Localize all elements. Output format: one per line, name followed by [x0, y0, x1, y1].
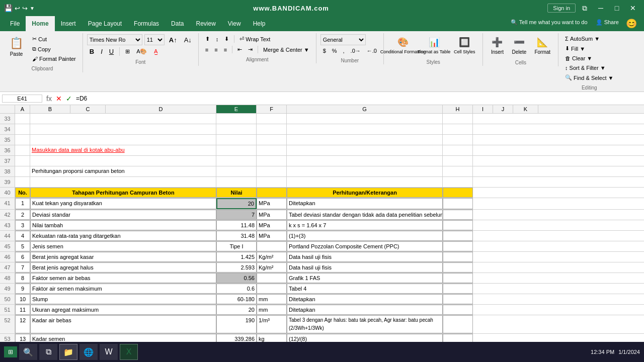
restore-window-button[interactable]: ⧉ — [578, 1, 592, 15]
col-header-e[interactable]: E — [216, 105, 257, 113]
cell-styles-button[interactable]: 🔲 Cell Styles — [450, 34, 479, 57]
align-right-button[interactable]: ≡ — [221, 45, 229, 54]
col-header-c[interactable]: C — [70, 105, 106, 113]
cell-e45[interactable]: Tipe I — [216, 241, 257, 251]
increase-font-button[interactable]: A↑ — [167, 35, 180, 45]
cell-a33[interactable] — [15, 114, 30, 124]
minimize-button[interactable]: ─ — [594, 1, 608, 15]
cell-g51[interactable]: Ditetapkan — [287, 305, 443, 315]
cell-e38[interactable] — [216, 166, 257, 176]
number-format-select[interactable]: General — [320, 34, 366, 45]
format-button[interactable]: 📐 Format — [531, 34, 554, 57]
explorer-button[interactable]: 📁 — [59, 344, 77, 360]
sign-in-button[interactable]: Sign in — [547, 4, 576, 13]
comma-button[interactable]: , — [341, 46, 347, 55]
cell-e49[interactable]: 0.6 — [216, 284, 257, 294]
cell-g46[interactable]: Data hasil uji fisis — [287, 252, 443, 262]
cell-b39[interactable] — [30, 177, 216, 187]
cell-a43[interactable]: 3 — [15, 220, 30, 230]
cell-h33[interactable] — [443, 114, 473, 124]
cell-g37[interactable] — [287, 156, 443, 166]
cell-f36[interactable] — [257, 145, 287, 155]
cell-h43[interactable] — [443, 220, 473, 230]
word-button[interactable]: W — [100, 344, 118, 360]
cell-e35[interactable] — [216, 135, 257, 145]
cell-a49[interactable]: 9 — [15, 284, 30, 294]
cell-e41[interactable]: 20 — [216, 198, 257, 209]
fill-button[interactable]: ⬇ Fill▼ — [562, 44, 588, 53]
cell-a44[interactable]: 4 — [15, 231, 30, 241]
sheet-scroll[interactable]: A B C D E F G H I J K 33 — [0, 105, 644, 362]
italic-button[interactable]: I — [98, 46, 105, 57]
font-color-button[interactable]: A̲ — [151, 47, 160, 56]
cell-e42[interactable]: 7 — [216, 210, 257, 220]
cell-g36[interactable] — [287, 145, 443, 155]
cell-b46[interactable]: Berat jenis agregat kasar — [30, 252, 216, 262]
cell-f48[interactable] — [257, 273, 287, 283]
col-header-h[interactable]: H — [443, 105, 473, 113]
cell-f44[interactable]: MPa — [257, 231, 287, 241]
copy-button[interactable]: ⧉ Copy — [30, 44, 78, 54]
paste-button[interactable]: 📋 Paste — [6, 34, 27, 59]
cell-e50[interactable]: 60-180 — [216, 294, 257, 304]
excel-button[interactable]: X — [120, 344, 138, 360]
tab-view[interactable]: View — [222, 16, 247, 31]
cell-g44[interactable]: (1)+(3) — [287, 231, 443, 241]
cell-e48[interactable]: 0.56 — [216, 273, 257, 283]
tab-review[interactable]: Review — [190, 16, 221, 31]
cell-f35[interactable] — [257, 135, 287, 145]
cell-b38[interactable]: Perhitungan proporsi campuran beton — [30, 166, 216, 176]
cell-g48[interactable]: Grafik 1 FAS — [287, 273, 443, 283]
cell-b40[interactable]: Tahapan Perhitungan Campuran Beton — [30, 188, 216, 198]
taskview-button[interactable]: ⧉ — [39, 344, 57, 360]
cell-h40[interactable] — [443, 188, 473, 198]
redo-icon[interactable]: ↪ — [22, 5, 28, 12]
cell-b51[interactable]: Ukuran agregat maksimum — [30, 305, 216, 315]
cell-f42[interactable]: MPa — [257, 210, 287, 220]
cell-h41[interactable] — [443, 198, 473, 209]
col-header-j[interactable]: J — [493, 105, 513, 113]
align-left-button[interactable]: ≡ — [203, 45, 211, 54]
cell-e46[interactable]: 1.425 — [216, 252, 257, 262]
align-center-button[interactable]: ≡ — [212, 45, 220, 54]
cell-e37[interactable] — [216, 156, 257, 166]
cell-a45[interactable]: 5 — [15, 241, 30, 251]
cut-button[interactable]: ✂ Cut — [30, 34, 78, 44]
formula-input[interactable] — [74, 95, 642, 103]
start-button[interactable]: ⊞ — [4, 346, 17, 357]
align-middle-button[interactable]: ↕ — [213, 34, 221, 44]
cell-a35[interactable] — [15, 135, 30, 145]
cell-a34[interactable] — [15, 124, 30, 134]
tab-file[interactable]: File — [4, 16, 26, 31]
cell-b33[interactable] — [30, 114, 216, 124]
cell-f43[interactable]: MPa — [257, 220, 287, 230]
cell-b37[interactable] — [30, 156, 216, 166]
cell-f37[interactable] — [257, 156, 287, 166]
bold-button[interactable]: B — [87, 46, 97, 57]
cell-g47[interactable]: Data hasil uji fisis — [287, 262, 443, 273]
fill-color-button[interactable]: A🎨 — [134, 47, 149, 56]
cell-e40[interactable]: Nilai — [216, 188, 257, 198]
cell-e52[interactable]: 190 — [216, 315, 257, 333]
cell-a42[interactable]: 2 — [15, 210, 30, 220]
cell-h38[interactable] — [443, 166, 473, 176]
cell-e47[interactable]: 2.593 — [216, 262, 257, 273]
dropdown-icon[interactable]: ▼ — [30, 6, 35, 11]
col-header-i[interactable]: I — [473, 105, 493, 113]
function-wizard-button[interactable]: fx — [44, 95, 54, 103]
cell-a51[interactable]: 11 — [15, 305, 30, 315]
cell-e33[interactable] — [216, 114, 257, 124]
cell-h49[interactable] — [443, 284, 473, 294]
cell-h44[interactable] — [443, 231, 473, 241]
cell-g45[interactable]: Portland Pozzolan Composite Cement (PPC) — [287, 241, 443, 251]
maximize-button[interactable]: □ — [610, 1, 624, 15]
cell-g50[interactable]: Ditetapkan — [287, 294, 443, 304]
cell-h39[interactable] — [443, 177, 473, 187]
cell-b35[interactable] — [30, 135, 216, 145]
currency-button[interactable]: $ — [320, 46, 329, 55]
cell-h36[interactable] — [443, 145, 473, 155]
cell-h48[interactable] — [443, 273, 473, 283]
cell-b50[interactable]: Slump — [30, 294, 216, 304]
cell-h46[interactable] — [443, 252, 473, 262]
indent-decrease-button[interactable]: ⇤ — [235, 45, 245, 54]
